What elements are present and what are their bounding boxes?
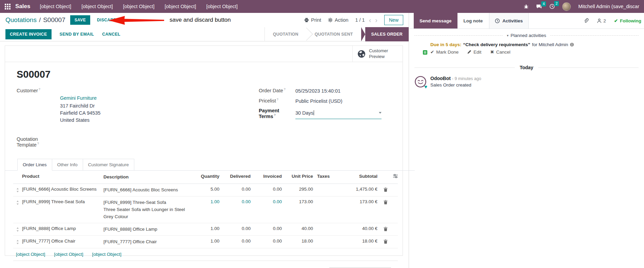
order-line-row[interactable]: [FURN_8999] Three-Seat Sofa [FURN_8999] … <box>13 196 398 223</box>
cell-invoiced[interactable]: 0.00 <box>251 238 282 244</box>
column-header-subtotal[interactable]: Subtotal <box>337 174 377 179</box>
message-author[interactable]: OdooBot <box>430 76 451 81</box>
following-button[interactable]: ✔ Following <box>614 18 641 23</box>
cell-invoiced[interactable]: 0.00 <box>251 226 282 231</box>
pager-previous-icon[interactable]: ‹ <box>369 17 371 23</box>
cell-invoiced[interactable]: 0.00 <box>251 187 282 192</box>
nav-menu-item[interactable]: [object Object] <box>165 4 196 9</box>
cell-product[interactable]: [FURN_8999] Three-Seat Sofa <box>22 199 103 204</box>
cell-unit-price[interactable]: 18.00 <box>282 238 313 244</box>
order-line-row[interactable]: [FURN_6666] Acoustic Bloc Screens [FURN_… <box>13 184 398 196</box>
annotation-red-arrow <box>108 15 169 26</box>
cell-delivered[interactable]: 0.00 <box>219 226 251 231</box>
optional-columns-icon[interactable] <box>388 174 398 179</box>
nav-menu-item[interactable]: [object Object] <box>206 4 238 9</box>
drag-handle-icon[interactable] <box>13 199 22 206</box>
order-line-row[interactable]: [FURN_8888] Office Lamp [FURN_8888] Offi… <box>13 223 398 236</box>
stage-item[interactable]: QUOTATION <box>265 27 307 41</box>
discard-button[interactable]: DISCARD <box>97 18 116 22</box>
action-button[interactable]: Action <box>328 17 348 23</box>
column-header-product[interactable]: Product <box>22 174 103 179</box>
messages-icon[interactable]: 4 <box>536 4 542 9</box>
delete-row-icon[interactable] <box>377 238 388 245</box>
pricelist-field[interactable]: Public Pricelist (USD) <box>295 98 343 105</box>
print-button[interactable]: Print <box>304 17 321 23</box>
nav-menu-item[interactable]: [object Object] <box>40 4 71 9</box>
dropdown-caret-icon[interactable] <box>379 112 382 114</box>
cell-quantity[interactable]: 1.00 <box>188 199 219 204</box>
user-avatar[interactable] <box>562 2 571 11</box>
create-invoice-button[interactable]: CREATE INVOICE <box>5 29 52 39</box>
cell-delivered[interactable]: 0.00 <box>219 187 251 192</box>
delete-row-icon[interactable] <box>377 226 388 233</box>
cell-description[interactable]: [FURN_7777] Office Chair <box>103 238 188 246</box>
notebook-tab[interactable]: Order Lines <box>17 159 52 171</box>
stage-item[interactable]: QUOTATION SENT <box>307 27 361 41</box>
order-lines-table: Product Description Quantity Delivered I… <box>13 171 398 261</box>
planned-activities-header[interactable]: ▾ Planned activities <box>414 33 639 38</box>
cell-delivered[interactable]: 0.00 <box>219 238 251 244</box>
stage-item[interactable]: SALES ORDER <box>365 27 409 41</box>
user-name[interactable]: Mitchell Admin (save_discar <box>578 4 639 9</box>
activities-button[interactable]: Activities <box>489 13 529 28</box>
cell-invoiced[interactable]: 0.00 <box>251 199 282 204</box>
apps-grid-icon[interactable] <box>5 4 11 9</box>
cell-unit-price[interactable]: 295.00 <box>282 187 313 192</box>
cell-description[interactable]: [FURN_8999] Three-Seat Sofa Three Seater… <box>103 199 188 221</box>
notebook-tab[interactable]: Customer Signature <box>83 159 134 171</box>
cancel-button[interactable]: CANCEL <box>102 32 120 37</box>
column-header-quantity[interactable]: Quantity <box>188 174 219 179</box>
order-line-row[interactable]: [FURN_7777] Office Chair [FURN_7777] Off… <box>13 236 398 248</box>
save-button[interactable]: SAVE <box>70 15 90 25</box>
delete-row-icon[interactable] <box>377 187 388 193</box>
new-button[interactable]: New <box>384 15 403 25</box>
activities-clock-icon[interactable]: 2 <box>549 4 555 9</box>
mark-done-button[interactable]: ✔ Mark Done <box>430 49 458 55</box>
cell-description[interactable]: [FURN_8888] Office Lamp <box>103 226 188 233</box>
cell-quantity[interactable]: 1.00 <box>188 238 219 244</box>
cell-quantity[interactable]: 1.00 <box>188 226 219 231</box>
customer-field[interactable]: Gemini Furniture 317 Fairchild Dr Fairfi… <box>60 88 100 131</box>
cell-description[interactable]: [FURN_6666] Acoustic Bloc Screens <box>103 187 188 194</box>
nav-menu-item[interactable]: [object Object] <box>81 4 113 9</box>
drag-handle-icon[interactable] <box>13 226 22 233</box>
odoobot-avatar: ♥ <box>414 76 427 88</box>
drag-handle-icon[interactable] <box>13 187 22 194</box>
cancel-activity-button[interactable]: ✖ Cancel <box>490 49 510 55</box>
debug-bug-icon[interactable] <box>524 4 529 9</box>
app-name[interactable]: Sales <box>15 3 30 10</box>
customer-preview-button[interactable]: Customer Preview <box>352 46 403 62</box>
notebook-tab[interactable]: Other Info <box>52 159 83 171</box>
breadcrumb-quotations[interactable]: Quotations <box>5 16 37 24</box>
check-icon: ✔ <box>430 49 434 55</box>
column-header-delivered[interactable]: Delivered <box>219 174 251 179</box>
cell-quantity[interactable]: 5.00 <box>188 187 219 192</box>
cell-product[interactable]: [FURN_7777] Office Chair <box>22 238 103 244</box>
send-message-button[interactable]: Send message <box>414 13 457 28</box>
nav-menu-item[interactable]: [object Object] <box>123 4 155 9</box>
add-link[interactable]: [object Object] <box>54 252 83 257</box>
edit-activity-button[interactable]: Edit <box>467 49 481 55</box>
cell-unit-price[interactable]: 173.00 <box>282 199 313 204</box>
pager-next-icon[interactable]: › <box>375 17 377 23</box>
cell-product[interactable]: [FURN_8888] Office Lamp <box>22 226 103 231</box>
column-header-taxes[interactable]: Taxes <box>313 174 337 179</box>
add-link[interactable]: [object Object] <box>92 252 121 257</box>
send-by-email-button[interactable]: SEND BY EMAIL <box>60 32 94 37</box>
payment-terms-input[interactable]: 30 Days <box>295 108 382 119</box>
column-header-description[interactable]: Description <box>103 174 188 181</box>
info-icon[interactable] <box>570 42 574 47</box>
delete-row-icon[interactable] <box>377 199 388 206</box>
cell-product[interactable]: [FURN_6666] Acoustic Bloc Screens <box>22 187 103 192</box>
followers-button[interactable]: 2 <box>597 18 606 23</box>
column-header-unit-price[interactable]: Unit Price <box>282 174 313 179</box>
customer-link[interactable]: Gemini Furniture <box>60 95 97 101</box>
log-note-button[interactable]: Log note <box>457 13 489 28</box>
column-header-invoiced[interactable]: Invoiced <box>251 174 282 179</box>
cell-delivered[interactable]: 0.00 <box>219 199 251 204</box>
drag-handle-icon[interactable] <box>13 238 22 246</box>
order-date-field[interactable]: 05/25/2023 15:40:01 <box>295 88 340 95</box>
add-link[interactable]: [object Object] <box>16 252 45 257</box>
cell-unit-price[interactable]: 40.00 <box>282 226 313 231</box>
attachment-paperclip-icon[interactable] <box>583 18 589 23</box>
